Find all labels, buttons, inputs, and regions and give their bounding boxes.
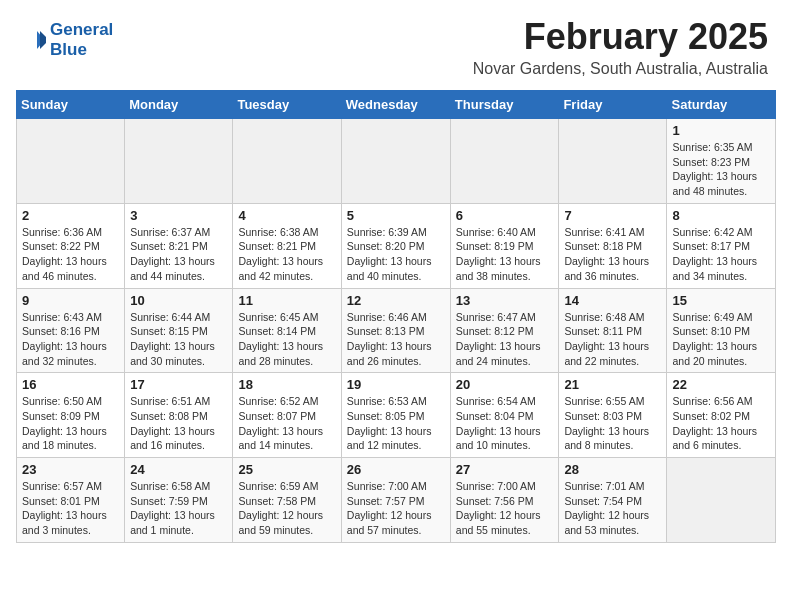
calendar-cell: 9Sunrise: 6:43 AM Sunset: 8:16 PM Daylig… bbox=[17, 288, 125, 373]
day-number: 11 bbox=[238, 293, 335, 308]
calendar-cell: 13Sunrise: 6:47 AM Sunset: 8:12 PM Dayli… bbox=[450, 288, 559, 373]
calendar-cell: 26Sunrise: 7:00 AM Sunset: 7:57 PM Dayli… bbox=[341, 458, 450, 543]
day-number: 24 bbox=[130, 462, 227, 477]
calendar-cell: 25Sunrise: 6:59 AM Sunset: 7:58 PM Dayli… bbox=[233, 458, 341, 543]
day-info: Sunrise: 6:51 AM Sunset: 8:08 PM Dayligh… bbox=[130, 394, 227, 453]
calendar-cell: 19Sunrise: 6:53 AM Sunset: 8:05 PM Dayli… bbox=[341, 373, 450, 458]
calendar-title: February 2025 bbox=[16, 16, 768, 58]
calendar-cell bbox=[125, 119, 233, 204]
day-info: Sunrise: 6:56 AM Sunset: 8:02 PM Dayligh… bbox=[672, 394, 770, 453]
calendar-cell bbox=[559, 119, 667, 204]
day-info: Sunrise: 6:36 AM Sunset: 8:22 PM Dayligh… bbox=[22, 225, 119, 284]
day-number: 25 bbox=[238, 462, 335, 477]
day-info: Sunrise: 7:01 AM Sunset: 7:54 PM Dayligh… bbox=[564, 479, 661, 538]
day-number: 23 bbox=[22, 462, 119, 477]
calendar-cell bbox=[450, 119, 559, 204]
day-info: Sunrise: 6:54 AM Sunset: 8:04 PM Dayligh… bbox=[456, 394, 554, 453]
day-number: 13 bbox=[456, 293, 554, 308]
weekday-header-sunday: Sunday bbox=[17, 91, 125, 119]
day-number: 16 bbox=[22, 377, 119, 392]
weekday-header-monday: Monday bbox=[125, 91, 233, 119]
day-number: 2 bbox=[22, 208, 119, 223]
day-info: Sunrise: 6:43 AM Sunset: 8:16 PM Dayligh… bbox=[22, 310, 119, 369]
calendar-cell: 23Sunrise: 6:57 AM Sunset: 8:01 PM Dayli… bbox=[17, 458, 125, 543]
calendar-cell: 8Sunrise: 6:42 AM Sunset: 8:17 PM Daylig… bbox=[667, 203, 776, 288]
calendar-cell: 16Sunrise: 6:50 AM Sunset: 8:09 PM Dayli… bbox=[17, 373, 125, 458]
day-info: Sunrise: 6:46 AM Sunset: 8:13 PM Dayligh… bbox=[347, 310, 445, 369]
day-number: 4 bbox=[238, 208, 335, 223]
day-number: 27 bbox=[456, 462, 554, 477]
calendar-cell: 11Sunrise: 6:45 AM Sunset: 8:14 PM Dayli… bbox=[233, 288, 341, 373]
logo: General Blue bbox=[16, 20, 113, 59]
calendar-cell bbox=[667, 458, 776, 543]
calendar-cell: 2Sunrise: 6:36 AM Sunset: 8:22 PM Daylig… bbox=[17, 203, 125, 288]
calendar-cell: 22Sunrise: 6:56 AM Sunset: 8:02 PM Dayli… bbox=[667, 373, 776, 458]
day-number: 19 bbox=[347, 377, 445, 392]
day-info: Sunrise: 6:47 AM Sunset: 8:12 PM Dayligh… bbox=[456, 310, 554, 369]
weekday-header-wednesday: Wednesday bbox=[341, 91, 450, 119]
page-header: General Blue February 2025 Novar Gardens… bbox=[16, 16, 776, 82]
weekday-header-saturday: Saturday bbox=[667, 91, 776, 119]
day-number: 22 bbox=[672, 377, 770, 392]
day-info: Sunrise: 6:49 AM Sunset: 8:10 PM Dayligh… bbox=[672, 310, 770, 369]
day-number: 14 bbox=[564, 293, 661, 308]
calendar-cell: 4Sunrise: 6:38 AM Sunset: 8:21 PM Daylig… bbox=[233, 203, 341, 288]
logo-icon bbox=[16, 25, 46, 55]
day-info: Sunrise: 6:57 AM Sunset: 8:01 PM Dayligh… bbox=[22, 479, 119, 538]
calendar-cell bbox=[341, 119, 450, 204]
calendar-header: February 2025 Novar Gardens, South Austr… bbox=[16, 16, 776, 78]
day-number: 6 bbox=[456, 208, 554, 223]
calendar-cell: 18Sunrise: 6:52 AM Sunset: 8:07 PM Dayli… bbox=[233, 373, 341, 458]
day-number: 26 bbox=[347, 462, 445, 477]
calendar-cell: 5Sunrise: 6:39 AM Sunset: 8:20 PM Daylig… bbox=[341, 203, 450, 288]
calendar-subtitle: Novar Gardens, South Australia, Australi… bbox=[16, 60, 768, 78]
weekday-header-tuesday: Tuesday bbox=[233, 91, 341, 119]
calendar-cell: 7Sunrise: 6:41 AM Sunset: 8:18 PM Daylig… bbox=[559, 203, 667, 288]
day-number: 9 bbox=[22, 293, 119, 308]
day-number: 5 bbox=[347, 208, 445, 223]
day-number: 3 bbox=[130, 208, 227, 223]
day-number: 17 bbox=[130, 377, 227, 392]
calendar-cell: 10Sunrise: 6:44 AM Sunset: 8:15 PM Dayli… bbox=[125, 288, 233, 373]
calendar-cell: 27Sunrise: 7:00 AM Sunset: 7:56 PM Dayli… bbox=[450, 458, 559, 543]
calendar-cell: 12Sunrise: 6:46 AM Sunset: 8:13 PM Dayli… bbox=[341, 288, 450, 373]
weekday-header-thursday: Thursday bbox=[450, 91, 559, 119]
day-number: 8 bbox=[672, 208, 770, 223]
day-info: Sunrise: 6:42 AM Sunset: 8:17 PM Dayligh… bbox=[672, 225, 770, 284]
calendar-header-row: SundayMondayTuesdayWednesdayThursdayFrid… bbox=[17, 91, 776, 119]
calendar-cell: 17Sunrise: 6:51 AM Sunset: 8:08 PM Dayli… bbox=[125, 373, 233, 458]
day-info: Sunrise: 6:38 AM Sunset: 8:21 PM Dayligh… bbox=[238, 225, 335, 284]
day-info: Sunrise: 6:41 AM Sunset: 8:18 PM Dayligh… bbox=[564, 225, 661, 284]
day-info: Sunrise: 6:45 AM Sunset: 8:14 PM Dayligh… bbox=[238, 310, 335, 369]
calendar-cell: 14Sunrise: 6:48 AM Sunset: 8:11 PM Dayli… bbox=[559, 288, 667, 373]
day-info: Sunrise: 6:48 AM Sunset: 8:11 PM Dayligh… bbox=[564, 310, 661, 369]
day-number: 12 bbox=[347, 293, 445, 308]
calendar-table: SundayMondayTuesdayWednesdayThursdayFrid… bbox=[16, 90, 776, 543]
day-info: Sunrise: 6:53 AM Sunset: 8:05 PM Dayligh… bbox=[347, 394, 445, 453]
day-info: Sunrise: 6:55 AM Sunset: 8:03 PM Dayligh… bbox=[564, 394, 661, 453]
calendar-cell: 6Sunrise: 6:40 AM Sunset: 8:19 PM Daylig… bbox=[450, 203, 559, 288]
calendar-cell: 21Sunrise: 6:55 AM Sunset: 8:03 PM Dayli… bbox=[559, 373, 667, 458]
calendar-cell: 20Sunrise: 6:54 AM Sunset: 8:04 PM Dayli… bbox=[450, 373, 559, 458]
day-number: 15 bbox=[672, 293, 770, 308]
day-number: 10 bbox=[130, 293, 227, 308]
calendar-cell: 15Sunrise: 6:49 AM Sunset: 8:10 PM Dayli… bbox=[667, 288, 776, 373]
day-info: Sunrise: 6:52 AM Sunset: 8:07 PM Dayligh… bbox=[238, 394, 335, 453]
day-info: Sunrise: 6:50 AM Sunset: 8:09 PM Dayligh… bbox=[22, 394, 119, 453]
day-info: Sunrise: 7:00 AM Sunset: 7:56 PM Dayligh… bbox=[456, 479, 554, 538]
day-info: Sunrise: 6:44 AM Sunset: 8:15 PM Dayligh… bbox=[130, 310, 227, 369]
calendar-cell: 28Sunrise: 7:01 AM Sunset: 7:54 PM Dayli… bbox=[559, 458, 667, 543]
calendar-cell: 3Sunrise: 6:37 AM Sunset: 8:21 PM Daylig… bbox=[125, 203, 233, 288]
calendar-cell: 24Sunrise: 6:58 AM Sunset: 7:59 PM Dayli… bbox=[125, 458, 233, 543]
day-info: Sunrise: 6:39 AM Sunset: 8:20 PM Dayligh… bbox=[347, 225, 445, 284]
day-number: 7 bbox=[564, 208, 661, 223]
weekday-header-friday: Friday bbox=[559, 91, 667, 119]
day-info: Sunrise: 6:40 AM Sunset: 8:19 PM Dayligh… bbox=[456, 225, 554, 284]
calendar-cell bbox=[233, 119, 341, 204]
day-number: 18 bbox=[238, 377, 335, 392]
calendar-cell bbox=[17, 119, 125, 204]
day-info: Sunrise: 6:59 AM Sunset: 7:58 PM Dayligh… bbox=[238, 479, 335, 538]
logo-text: General Blue bbox=[50, 20, 113, 59]
day-info: Sunrise: 6:37 AM Sunset: 8:21 PM Dayligh… bbox=[130, 225, 227, 284]
calendar-cell: 1Sunrise: 6:35 AM Sunset: 8:23 PM Daylig… bbox=[667, 119, 776, 204]
